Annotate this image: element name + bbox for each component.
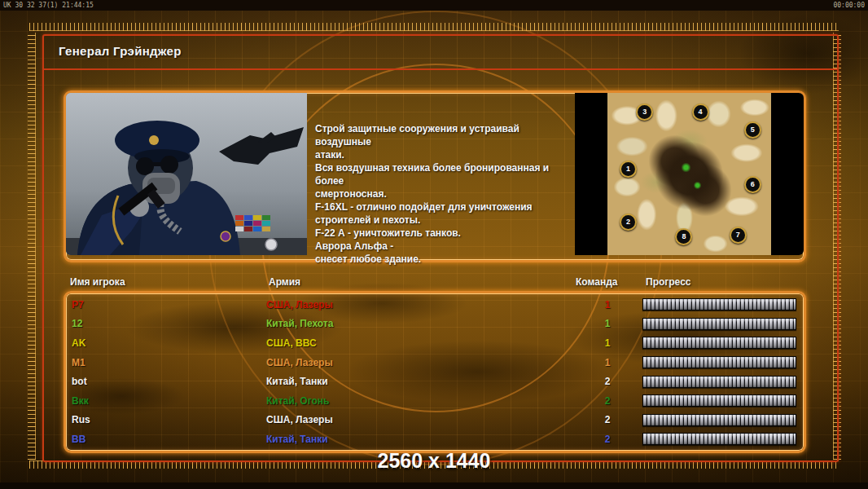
player-progress-track [642, 433, 796, 445]
column-header-team: Команда [576, 276, 617, 288]
player-army: США, ВВС [266, 337, 572, 349]
player-army: Китай, Пехота [266, 318, 572, 329]
player-progress-track [642, 356, 796, 368]
start-position-marker: 7 [730, 227, 747, 244]
player-progress-bar [643, 319, 796, 329]
portrait-artwork [66, 93, 307, 255]
player-progress-bar [643, 337, 796, 348]
player-progress-track [642, 414, 796, 426]
player-progress-bar [643, 434, 796, 444]
start-position-marker: 3 [636, 104, 653, 121]
player-name: Р7 [66, 299, 266, 311]
table-row: Rus США, Лазеры 2 [66, 411, 804, 430]
start-position-marker: 4 [692, 104, 709, 121]
player-army: США, Лазеры [266, 414, 572, 425]
player-table-panel: Р7 США, Лазеры 1 12 Китай, Пехота 1 AK С… [64, 291, 806, 453]
player-team: 2 [572, 414, 642, 425]
general-info-panel: Строй защитные сооружения и устраивай во… [64, 90, 806, 262]
start-position-marker: 1 [620, 161, 637, 178]
table-row: Р7 США, Лазеры 1 [66, 295, 804, 315]
start-position-marker: 8 [675, 228, 692, 245]
bottom-strip [0, 482, 868, 489]
table-row: ВВ Китай, Танки 2 [66, 430, 804, 449]
player-team: 1 [572, 299, 642, 311]
player-team: 2 [572, 376, 642, 387]
player-army: Китай, Танки [266, 376, 572, 387]
start-position-marker: 2 [620, 214, 637, 231]
player-name: М1 [66, 357, 266, 368]
player-progress-track [642, 394, 796, 407]
minimap: 12345678 [607, 93, 771, 255]
player-army: США, Лазеры [266, 357, 572, 368]
player-team: 2 [572, 434, 642, 445]
player-progress-track [642, 376, 796, 388]
player-rows: Р7 США, Лазеры 1 12 Китай, Пехота 1 AK С… [66, 293, 804, 451]
player-team: 2 [572, 395, 642, 407]
start-position-marker: 6 [744, 176, 761, 193]
player-progress-bar [643, 299, 796, 310]
player-name: bot [66, 376, 266, 387]
column-header-army: Армия [269, 276, 300, 288]
player-team: 1 [572, 357, 642, 368]
map-resolution-label: 2560 x 1440 [0, 449, 868, 473]
player-name: Rus [66, 414, 266, 425]
table-row: bot Китай, Танки 2 [66, 372, 804, 391]
column-header-player-name: Имя игрока [70, 276, 125, 288]
general-briefing-text: Строй защитные сооружения и устраивай во… [307, 93, 575, 260]
ruler-top [29, 23, 839, 31]
table-row: AK США, ВВС 1 [66, 333, 804, 353]
debug-status-bar: UK 30 32 37(1) 21:44:15 00:00:00 [0, 0, 868, 11]
player-name: 12 [66, 318, 266, 329]
player-progress-track [642, 298, 796, 311]
player-name: ВВ [66, 434, 266, 445]
player-progress-bar [643, 357, 796, 368]
player-name: AK [66, 337, 266, 349]
player-progress-track [642, 337, 796, 349]
player-name: Вкк [66, 395, 266, 407]
player-army: Китай, Танки [266, 434, 572, 445]
general-portrait-image [66, 93, 307, 255]
start-position-marker: 5 [744, 121, 761, 139]
table-row: М1 США, Лазеры 1 [66, 353, 804, 372]
loading-screen: UK 30 32 37(1) 21:44:15 00:00:00 Генерал… [0, 0, 868, 489]
table-row: 12 Китай, Пехота 1 [66, 315, 804, 334]
player-team: 1 [572, 337, 642, 349]
column-header-progress: Прогресс [646, 276, 690, 288]
player-progress-bar [643, 395, 796, 406]
player-army: Китай, Огонь [266, 395, 572, 407]
title-divider [42, 68, 839, 70]
page-title: Генерал Грэйнджер [59, 44, 182, 58]
player-progress-track [642, 318, 796, 330]
table-row: Вкк Китай, Огонь 2 [66, 391, 804, 411]
player-progress-bar [643, 377, 796, 387]
player-team: 1 [572, 318, 642, 329]
player-army: США, Лазеры [266, 299, 572, 311]
ruler-left [28, 33, 36, 460]
game-timer: 00:00:00 [833, 0, 865, 11]
minimap-panel: 12345678 [575, 93, 804, 255]
player-progress-bar [643, 415, 796, 425]
fps-counter: UK 30 32 37(1) 21:44:15 [3, 0, 94, 11]
